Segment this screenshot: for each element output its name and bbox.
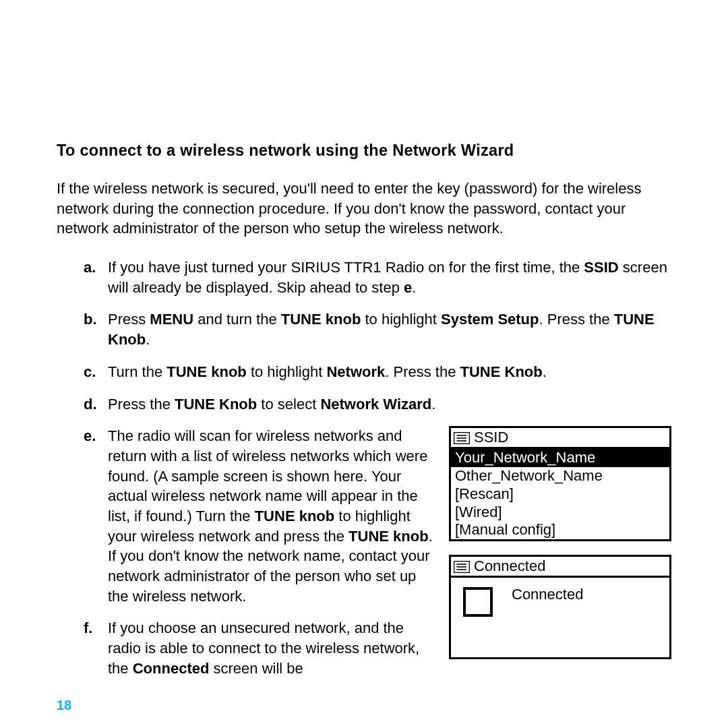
step-d: d. Press the TUNE Knob to select Network…: [84, 394, 671, 415]
bold-text: MENU: [150, 311, 193, 328]
list-item: [Rescan]: [451, 485, 669, 504]
step-marker: c.: [84, 362, 108, 382]
step-body: If you choose an unsecured network, and …: [108, 618, 441, 678]
bold-text: Connected: [133, 660, 210, 677]
step-marker: f.: [84, 618, 108, 638]
step-body: Turn the TUNE knob to highlight Network.…: [108, 362, 671, 382]
text: . Press the: [539, 311, 614, 328]
bold-text: TUNE Knob: [175, 396, 257, 413]
bold-text: TUNE Knob: [460, 363, 543, 380]
text: .: [146, 331, 150, 348]
ssid-list: Your_Network_Name Other_Network_Name [Re…: [451, 449, 669, 539]
step-marker: d.: [84, 394, 108, 415]
bold-text: e: [404, 279, 412, 296]
connected-body: Connected: [451, 578, 669, 657]
text: Press the: [108, 396, 175, 413]
bold-text: Network Wizard: [320, 396, 431, 413]
checkbox-icon: [463, 587, 493, 617]
step-marker: b.: [84, 309, 108, 330]
text: .: [412, 279, 416, 296]
bold-text: TUNE knob: [348, 528, 429, 545]
bold-text: TUNE knob: [166, 363, 247, 380]
text: . Press the: [385, 363, 460, 380]
list-item: [Manual config]: [451, 521, 669, 539]
text: If you have just turned your SIRIUS TTR1…: [108, 259, 584, 276]
text: to highlight: [361, 311, 441, 328]
list-item: Your_Network_Name: [451, 449, 669, 467]
step-body: The radio will scan for wireless network…: [108, 426, 441, 606]
step-body: Press MENU and turn the TUNE knob to hig…: [108, 309, 671, 349]
lower-row: e. The radio will scan for wireless netw…: [84, 426, 671, 690]
step-marker: e.: [84, 426, 108, 446]
text: Press: [108, 311, 150, 328]
list-item: [Wired]: [451, 504, 669, 522]
step-c: c. Turn the TUNE knob to highlight Netwo…: [84, 362, 671, 382]
step-body: Press the TUNE Knob to select Network Wi…: [108, 394, 671, 415]
page-number: 18: [57, 698, 71, 713]
step-b: b. Press MENU and turn the TUNE knob to …: [84, 309, 671, 349]
list-item: Other_Network_Name: [451, 467, 669, 485]
list-icon: [454, 561, 470, 573]
ssid-screen: SSID Your_Network_Name Other_Network_Nam…: [449, 426, 671, 541]
list-icon: [454, 432, 470, 444]
steps-list: a. If you have just turned your SIRIUS T…: [84, 257, 671, 690]
manual-page: To connect to a wireless network using t…: [0, 0, 728, 728]
text: to highlight: [247, 363, 327, 380]
bold-text: SSID: [584, 259, 618, 276]
step-marker: a.: [84, 257, 108, 278]
text: to select: [257, 396, 320, 413]
step-f: f. If you choose an unsecured network, a…: [84, 618, 441, 678]
screen-titlebar: SSID: [451, 428, 669, 449]
figure-column: SSID Your_Network_Name Other_Network_Nam…: [449, 426, 671, 673]
connected-screen: Connected Connected: [449, 555, 671, 659]
step-e: e. The radio will scan for wireless netw…: [84, 426, 441, 606]
bold-text: System Setup: [441, 311, 539, 328]
text: Turn the: [108, 363, 166, 380]
bold-text: TUNE knob: [255, 508, 335, 524]
bold-text: Network: [326, 363, 385, 380]
text: and turn the: [193, 311, 281, 328]
screen-title: SSID: [474, 429, 508, 447]
text: .: [431, 396, 435, 413]
step-a: a. If you have just turned your SIRIUS T…: [84, 257, 671, 297]
text: .: [543, 363, 547, 380]
step-body: If you have just turned your SIRIUS TTR1…: [108, 257, 671, 297]
section-heading: To connect to a wireless network using t…: [57, 142, 671, 160]
intro-paragraph: If the wireless network is secured, you'…: [57, 179, 671, 239]
text: screen will be: [209, 660, 303, 677]
screen-titlebar: Connected: [451, 557, 669, 578]
connected-label: Connected: [512, 586, 583, 604]
bold-text: TUNE knob: [281, 311, 361, 328]
text-column: e. The radio will scan for wireless netw…: [84, 426, 441, 690]
screen-title: Connected: [474, 557, 545, 576]
